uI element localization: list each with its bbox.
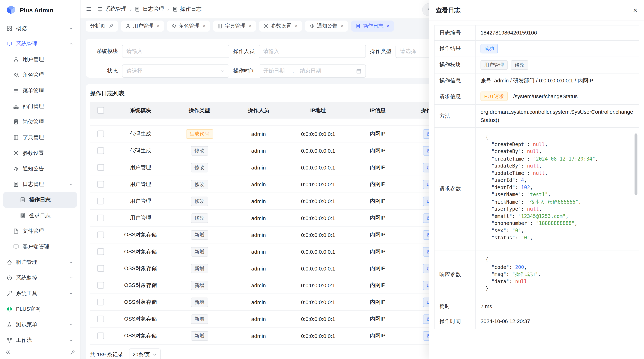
close-tab-icon[interactable]: × <box>295 23 298 29</box>
table-row[interactable]: OSS对象存储新增admin0:0:0:0:0:0:0:1内网IP成功 <box>90 226 456 243</box>
pin-sidebar-icon[interactable] <box>70 350 75 355</box>
sidebar-item-user[interactable]: 用户管理 <box>3 52 77 67</box>
sidebar-item-dict[interactable]: 字典管理 <box>3 130 77 145</box>
sidebar-item-label: 系统监控 <box>16 274 38 282</box>
sidebar-footer <box>0 345 80 359</box>
tab-user[interactable]: 用户管理× <box>121 20 164 31</box>
row-checkbox[interactable] <box>97 333 104 339</box>
daterange-picker[interactable]: 开始日期 → 结束日期 <box>259 64 366 77</box>
book-icon <box>217 23 222 29</box>
sidebar-item-config[interactable]: 参数设置 <box>3 145 77 161</box>
row-checkbox[interactable] <box>97 130 104 137</box>
tab-config[interactable]: 参数设置× <box>259 20 302 31</box>
row-checkbox[interactable] <box>97 164 104 171</box>
sidebar-item-label: 日志管理 <box>22 181 44 188</box>
close-tab-icon[interactable]: × <box>203 23 206 29</box>
tab-dict[interactable]: 字典管理× <box>213 20 256 31</box>
row-checkbox[interactable] <box>97 248 104 255</box>
sidebar-item-role[interactable]: 角色管理 <box>3 67 77 83</box>
cell-operator: admin <box>229 243 288 260</box>
row-checkbox[interactable] <box>97 316 104 322</box>
scrollbar-thumb[interactable] <box>634 133 638 195</box>
table-row[interactable]: 用户管理修改admin0:0:0:0:0:0:0:1内网IP成功 <box>90 159 456 176</box>
row-checkbox[interactable] <box>97 232 104 238</box>
sidebar-item-tool[interactable]: 系统工具 <box>3 286 77 301</box>
sidebar-item-test-menu[interactable]: 测试菜单 <box>3 317 77 332</box>
cell-ip: 0:0:0:0:0:0:0:1 <box>288 243 348 260</box>
sidebar-item-operlog[interactable]: 操作日志 <box>3 192 77 208</box>
table-row[interactable]: 用户管理修改admin0:0:0:0:0:0:0:1内网IP成功 <box>90 193 456 210</box>
row-checkbox[interactable] <box>97 299 104 305</box>
cell-ip: 0:0:0:0:0:0:0:1 <box>288 125 348 142</box>
table-row[interactable]: OSS对象存储新增admin0:0:0:0:0:0:0:1内网IP成功 <box>90 311 456 327</box>
sidebar-item-system[interactable]: 系统管理 <box>3 36 77 52</box>
detail-row-cost: 耗时 7 ms <box>434 299 639 314</box>
sidebar-item-label: 部门管理 <box>22 103 44 110</box>
cell-operator: admin <box>229 142 288 159</box>
pin-icon[interactable] <box>108 23 114 28</box>
sidebar-item-notice[interactable]: 通知公告 <box>3 161 77 176</box>
close-tab-icon[interactable]: × <box>157 23 160 29</box>
table-row[interactable]: 用户管理修改admin0:0:0:0:0:0:0:1内网IP成功 <box>90 210 456 226</box>
sidebar-item-label: 概览 <box>16 25 27 32</box>
sidebar-item-tenant[interactable]: 租户管理 <box>3 254 77 270</box>
sidebar-item-monitor[interactable]: 系统监控 <box>3 270 77 286</box>
breadcrumb-item[interactable]: 操作日志 <box>172 5 202 13</box>
operation-info-value: 账号: admin / 研发部门 / 0:0:0:0:0:0:0:1 / 内网I… <box>476 73 639 88</box>
row-checkbox[interactable] <box>97 181 104 188</box>
cell-ip-info: 内网IP <box>348 243 407 260</box>
tab-role[interactable]: 角色管理× <box>167 20 210 31</box>
cell-operator: admin <box>229 311 288 327</box>
table-row[interactable]: 代码生成修改admin0:0:0:0:0:0:0:1内网IP成功 <box>90 142 456 159</box>
sidebar-item-client[interactable]: 客户端管理 <box>3 239 77 254</box>
column-header: 操作类型 <box>170 102 229 119</box>
row-checkbox[interactable] <box>97 215 104 221</box>
hamburger-menu-icon[interactable] <box>86 6 92 12</box>
app-logo[interactable]: Plus Admin <box>0 0 80 20</box>
row-checkbox[interactable] <box>97 265 104 272</box>
sidebar-item-dept[interactable]: 部门管理 <box>3 98 77 114</box>
collapse-sidebar-icon[interactable] <box>5 349 11 355</box>
table-row[interactable]: OSS对象存储新增admin0:0:0:0:0:0:0:1内网IP成功 <box>90 277 456 294</box>
calendar-icon <box>356 68 362 74</box>
sidebar-item-menu[interactable]: 菜单管理 <box>3 83 77 98</box>
cell-ip: 0:0:0:0:0:0:0:1 <box>288 260 348 277</box>
result-badge: 成功 <box>480 44 498 53</box>
tab-operlog[interactable]: 操作日志× <box>351 20 394 31</box>
status-select[interactable]: 请选择 <box>122 64 229 77</box>
sidebar-item-label: 客户端管理 <box>22 243 49 250</box>
row-checkbox[interactable] <box>97 282 104 289</box>
sidebar-item-file[interactable]: 文件管理 <box>3 223 77 239</box>
row-checkbox[interactable] <box>97 147 104 154</box>
megaphone-icon <box>309 23 314 29</box>
table-row[interactable]: OSS对象存储新增admin0:0:0:0:0:0:0:1内网IP成功 <box>90 260 456 277</box>
sidebar-item-log[interactable]: 日志管理 <box>3 176 77 192</box>
sidebar-item-loginlog[interactable]: 登录日志 <box>3 208 77 223</box>
sidebar-item-plus-site[interactable]: PLUS官网 <box>3 301 77 317</box>
close-tab-icon[interactable]: × <box>249 23 252 29</box>
close-tab-icon[interactable]: × <box>341 23 344 29</box>
row-checkbox[interactable] <box>97 198 104 205</box>
table-row[interactable]: OSS对象存储新增admin0:0:0:0:0:0:0:1内网IP成功 <box>90 294 456 311</box>
sidebar-item-post[interactable]: 岗位管理 <box>3 114 77 130</box>
table-row[interactable]: 用户管理修改admin0:0:0:0:0:0:0:1内网IP成功 <box>90 176 456 193</box>
page-size-select[interactable]: 20条/页 <box>129 349 161 359</box>
close-drawer-button[interactable]: × <box>633 6 638 14</box>
select-all-checkbox[interactable] <box>97 107 104 114</box>
table-row[interactable]: 代码生成生成代码admin0:0:0:0:0:0:0:1内网IP成功 <box>90 125 456 142</box>
module-input[interactable]: 请输入 <box>122 45 229 58</box>
sidebar-item-workflow[interactable]: 工作流 <box>3 333 77 345</box>
tab-analysis[interactable]: 分析页 <box>86 20 118 31</box>
cell-ip: 0:0:0:0:0:0:0:1 <box>288 193 348 210</box>
sidebar-item-overview[interactable]: 概览 <box>3 20 77 36</box>
operator-input[interactable]: 请输入 <box>259 45 366 58</box>
breadcrumb-item[interactable]: 系统管理 <box>97 5 126 13</box>
operation-type-badge: 新增 <box>191 314 208 324</box>
tab-notice[interactable]: 通知公告× <box>305 20 348 31</box>
gear-icon <box>13 150 19 156</box>
table-row[interactable]: OSS对象存储新增admin0:0:0:0:0:0:0:1内网IP成功 <box>90 327 456 344</box>
cell-ip-info: 内网IP <box>348 193 407 210</box>
table-row[interactable]: OSS对象存储新增admin0:0:0:0:0:0:0:1内网IP成功 <box>90 243 456 260</box>
breadcrumb-item[interactable]: 日志管理 <box>135 5 164 13</box>
close-tab-icon[interactable]: × <box>387 23 390 29</box>
